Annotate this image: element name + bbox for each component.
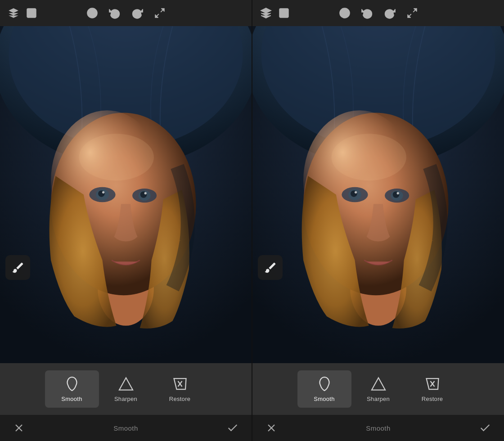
svg-point-43 [355, 191, 357, 194]
left-cancel-button[interactable] [11, 420, 27, 436]
svg-point-26 [282, 11, 283, 12]
image-icon[interactable] [24, 6, 39, 20]
help-icon[interactable] [85, 6, 99, 20]
right-cancel-button[interactable] [263, 420, 279, 436]
left-photo-area [0, 26, 252, 363]
svg-point-45 [331, 134, 406, 180]
right-sharpen-label: Sharpen [367, 396, 390, 402]
left-panel: Smooth Sharpen Restore [0, 0, 252, 441]
redo-icon[interactable] [130, 6, 144, 20]
svg-marker-21 [119, 378, 133, 390]
left-toolbar [0, 0, 252, 26]
svg-point-19 [144, 192, 147, 194]
left-smooth-label: Smooth [61, 396, 82, 402]
right-status-label: Smooth [366, 424, 391, 432]
right-panel: Smooth Sharpen Restore [252, 0, 504, 441]
svg-point-44 [397, 192, 399, 194]
right-restore-label: Restore [422, 396, 443, 402]
left-sharpen-label: Sharpen [114, 396, 137, 402]
right-action-bar: Smooth [252, 415, 504, 441]
svg-point-18 [102, 191, 104, 194]
right-image-icon[interactable] [277, 6, 291, 20]
left-tool-selector: Smooth Sharpen Restore [0, 363, 252, 415]
left-tool-sharpen[interactable]: Sharpen [99, 370, 153, 408]
svg-point-1 [29, 11, 31, 12]
right-tool-restore[interactable]: Restore [405, 370, 459, 408]
right-redo-icon[interactable] [382, 6, 397, 20]
right-confirm-button[interactable] [477, 420, 493, 436]
left-confirm-button[interactable] [225, 420, 241, 436]
svg-marker-46 [372, 378, 385, 390]
left-status-label: Smooth [113, 424, 138, 432]
right-toolbar [252, 0, 504, 26]
left-restore-label: Restore [169, 396, 191, 402]
right-brush-tool[interactable] [258, 255, 283, 280]
right-undo-icon[interactable] [360, 6, 374, 20]
panels-container: Smooth Sharpen Restore [0, 0, 504, 441]
left-tool-smooth[interactable]: Smooth [45, 370, 99, 408]
undo-icon[interactable] [108, 6, 122, 20]
left-action-bar: Smooth [0, 415, 252, 441]
right-tool-sharpen[interactable]: Sharpen [351, 370, 405, 408]
right-help-icon[interactable] [338, 6, 352, 20]
layers-icon[interactable] [6, 6, 21, 20]
expand-icon[interactable] [153, 6, 167, 20]
left-brush-tool[interactable] [5, 255, 30, 280]
svg-marker-24 [261, 8, 271, 13]
right-photo-area [252, 26, 504, 363]
right-expand-icon[interactable] [405, 6, 419, 20]
right-smooth-label: Smooth [314, 396, 335, 402]
left-tool-restore[interactable]: Restore [153, 370, 207, 408]
svg-point-20 [79, 134, 153, 180]
right-tool-smooth[interactable]: Smooth [297, 370, 351, 408]
right-layers-icon[interactable] [259, 6, 273, 20]
right-tool-selector: Smooth Sharpen Restore [252, 363, 504, 415]
